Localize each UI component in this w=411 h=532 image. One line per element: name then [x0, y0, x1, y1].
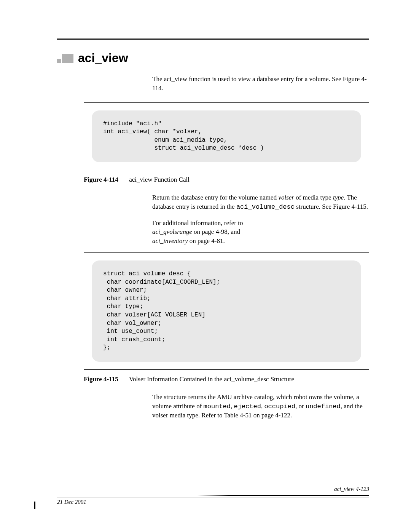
intro-paragraph: The aci_view function is used to view a …	[152, 75, 369, 93]
footer-section-name: aci_view	[334, 486, 354, 492]
code-block-1-frame: #include "aci.h" int aci_view( char *vol…	[84, 102, 369, 170]
section-heading-row: aci_view	[57, 51, 369, 65]
text-fragment: Return the database entry for the volume…	[152, 194, 278, 201]
code-block-2: struct aci_volume_desc { char coordinate…	[92, 260, 361, 362]
top-rule	[57, 38, 369, 40]
footer-page-number: 4-123	[356, 486, 369, 492]
paragraph-structure-desc: The structure returns the AMU archive ca…	[152, 393, 369, 420]
text-fragment: on page 4-98, and	[192, 228, 240, 235]
figure-label-1: Figure 4-114	[84, 176, 127, 184]
text-fragment: of media type	[294, 194, 333, 201]
figure-label-2: Figure 4-115	[84, 375, 127, 383]
text-fragment: structure. See Figure 4-115.	[295, 203, 368, 210]
change-bar-icon	[34, 502, 35, 509]
footer-date: 21 Dec 2001	[57, 499, 86, 505]
footer-rule-mid	[57, 495, 369, 496]
figure-caption-text-1: aci_view Function Call	[129, 176, 190, 183]
section-heading: aci_view	[78, 51, 128, 65]
text-fragment: , or	[295, 403, 306, 410]
attr-mounted: mounted	[204, 403, 231, 410]
attr-occupied: occupied	[264, 403, 295, 410]
param-type: type	[333, 194, 344, 201]
footer-rule-bottom	[57, 497, 369, 497]
footer-section-page: aci_view 4-123	[57, 486, 369, 492]
figure-caption-2: Figure 4-115 Volser Information Containe…	[84, 375, 369, 383]
text-fragment: For additional information, refer to	[152, 219, 243, 227]
code-block-2-frame: struct aci_volume_desc { char coordinate…	[84, 252, 369, 370]
code-block-1: #include "aci.h" int aci_view( char *vol…	[92, 110, 361, 162]
text-fragment: on page 4-81.	[188, 237, 225, 244]
xref-aci-qvolsrange: aci_qvolsrange	[152, 228, 192, 235]
xref-aci-inventory: aci_inventory	[152, 237, 188, 244]
struct-name: aci_volume_desc	[236, 203, 295, 211]
heading-decorator-icon	[57, 54, 73, 63]
paragraph-additional-info: For additional information, refer to aci…	[152, 219, 369, 246]
figure-caption-1: Figure 4-114 aci_view Function Call	[84, 176, 369, 184]
attr-ejected: ejected	[234, 403, 261, 410]
param-volser: volser	[278, 194, 294, 201]
figure-caption-text-2: Volser Information Contained in the aci_…	[129, 375, 294, 383]
footer-rule-top	[57, 494, 369, 494]
page-footer: aci_view 4-123 21 Dec 2001	[57, 486, 369, 505]
paragraph-return-desc: Return the database entry for the volume…	[152, 193, 369, 212]
attr-undefined: undefined	[306, 403, 341, 410]
